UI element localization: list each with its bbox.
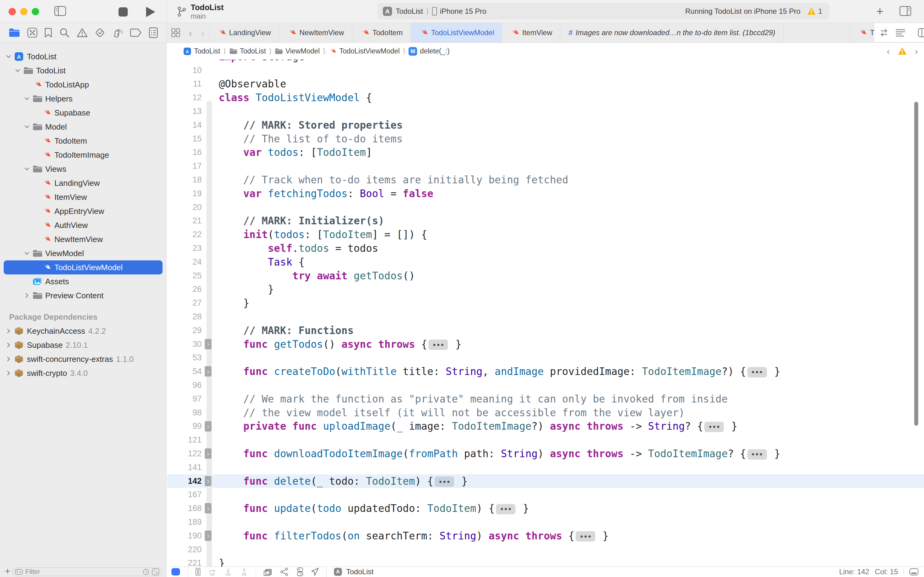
- code-fold-chevron-icon[interactable]: ›: [205, 339, 211, 349]
- new-tab-button[interactable]: +: [876, 7, 883, 16]
- sidebar-item-supabase[interactable]: Supabase: [4, 106, 163, 120]
- line-number[interactable]: 25: [167, 271, 202, 280]
- source-control-navigator-icon[interactable]: [27, 27, 38, 38]
- report-navigator-icon[interactable]: [149, 27, 158, 38]
- filter-field[interactable]: Filter: [12, 567, 162, 576]
- chevron-down-icon[interactable]: [24, 168, 29, 171]
- editor-tab-todoitem[interactable]: TodoItem: [352, 23, 411, 42]
- line-number[interactable]: 10: [167, 66, 202, 75]
- code-line-189[interactable]: 189: [167, 515, 924, 529]
- breakpoint-navigator-icon[interactable]: [130, 28, 142, 37]
- code-text[interactable]: var todos: [TodoItem]: [219, 147, 372, 158]
- line-number[interactable]: 28: [167, 312, 202, 321]
- line-number[interactable]: 13: [167, 106, 202, 116]
- code-line-25[interactable]: 25 try await getTodos(): [167, 269, 924, 283]
- code-line-96[interactable]: 96: [167, 378, 924, 392]
- line-number[interactable]: 121: [167, 435, 202, 445]
- editor-tab-todolistviewmodel[interactable]: TodoListViewModel: [411, 23, 502, 42]
- previous-issue-icon[interactable]: ‹: [887, 46, 890, 56]
- sidebar-item-todoitemimage[interactable]: TodoItemImage: [4, 148, 163, 162]
- project-navigator-icon[interactable]: [8, 28, 20, 38]
- code-text[interactable]: // MARK: Initializer(s): [219, 215, 385, 227]
- code-text[interactable]: }: [219, 297, 250, 309]
- code-text[interactable]: func delete(_ todo: TodoItem) { }: [219, 475, 468, 487]
- step-into-icon[interactable]: [224, 568, 233, 576]
- code-line-98[interactable]: 98 // the view model itself (it will not…: [167, 406, 924, 420]
- editor-tab-itemview[interactable]: ItemView: [502, 23, 560, 42]
- code-line-9[interactable]: 9import Storage: [167, 60, 924, 64]
- line-number[interactable]: 9: [167, 60, 202, 61]
- source-editor[interactable]: 9import Storage1011@Observable12class To…: [167, 60, 924, 567]
- step-over-icon[interactable]: [208, 568, 217, 576]
- line-number[interactable]: 54: [167, 367, 202, 376]
- code-text[interactable]: // Track when to-do items are initially …: [219, 174, 568, 186]
- sidebar-item-views[interactable]: Views: [4, 162, 163, 176]
- pause-execution-icon[interactable]: [195, 568, 201, 576]
- line-number[interactable]: 26: [167, 285, 202, 294]
- code-text[interactable]: // the view model itself (it will not be…: [219, 407, 685, 419]
- code-text[interactable]: // MARK: Stored properties: [219, 119, 403, 131]
- code-line-167[interactable]: 167: [167, 488, 924, 502]
- line-number[interactable]: 27: [167, 298, 202, 308]
- source-control-status-icon[interactable]: [152, 569, 159, 575]
- code-line-10[interactable]: 10: [167, 64, 924, 77]
- line-number[interactable]: 99: [167, 421, 202, 431]
- line-number[interactable]: 21: [167, 216, 202, 226]
- code-line-190[interactable]: 190› func filterTodos(on searchTerm: Str…: [167, 529, 924, 543]
- editor-tab-images-are-now-downloaded-n-th[interactable]: #Images are now downloaded…n the to-do i…: [560, 23, 784, 42]
- sidebar-item-assets[interactable]: Assets: [4, 274, 163, 288]
- code-line-18[interactable]: 18 // Track when to-do items are initial…: [167, 173, 924, 187]
- line-number[interactable]: 168: [167, 504, 202, 513]
- step-out-icon[interactable]: [240, 568, 248, 576]
- code-fold-chevron-icon[interactable]: ›: [205, 421, 211, 432]
- chevron-right-icon[interactable]: [7, 343, 10, 348]
- adjust-editor-options-icon[interactable]: [895, 29, 906, 37]
- chevron-right-icon[interactable]: [25, 293, 28, 298]
- add-editor-icon[interactable]: [918, 28, 924, 37]
- code-line-20[interactable]: 20: [167, 200, 924, 214]
- folded-code-pill[interactable]: [576, 531, 595, 542]
- line-number[interactable]: 142: [167, 477, 202, 486]
- code-line-29[interactable]: 29 // MARK: Functions: [167, 324, 924, 337]
- debug-memory-graph-icon[interactable]: [280, 567, 289, 576]
- code-fold-chevron-icon[interactable]: ›: [205, 530, 211, 541]
- line-number[interactable]: 30: [167, 340, 202, 349]
- code-line-17[interactable]: 17: [167, 159, 924, 173]
- code-line-221[interactable]: 221}: [167, 556, 924, 567]
- folded-code-pill[interactable]: [496, 504, 515, 514]
- breadcrumb-item-delete-[interactable]: Mdelete(_:): [409, 47, 449, 56]
- code-text[interactable]: func filterTodos(on searchTerm: String) …: [219, 530, 608, 542]
- code-line-23[interactable]: 23 self.todos = todos: [167, 242, 924, 255]
- code-line-12[interactable]: 12class TodoListViewModel {: [167, 91, 924, 105]
- related-items-icon[interactable]: [167, 23, 185, 42]
- chevron-down-icon[interactable]: [24, 252, 29, 255]
- code-text[interactable]: init(todos: [TodoItem] = []) {: [219, 229, 427, 240]
- sidebar-item-todolistapp[interactable]: TodoListApp: [4, 77, 163, 92]
- debug-view-hierarchy-icon[interactable]: [263, 567, 272, 576]
- package-item-swift-concurrency-extras[interactable]: swift-concurrency-extras1.1.0: [4, 352, 163, 366]
- line-number[interactable]: 23: [167, 243, 202, 253]
- line-number[interactable]: 20: [167, 203, 202, 212]
- debug-target-name[interactable]: TodoList: [346, 567, 373, 576]
- minimize-window-button[interactable]: [20, 8, 27, 15]
- code-text[interactable]: }: [219, 283, 274, 295]
- folded-code-pill[interactable]: [704, 422, 724, 432]
- chevron-right-icon[interactable]: [7, 371, 10, 376]
- go-forward-icon[interactable]: ›: [196, 23, 208, 42]
- code-text[interactable]: // MARK: Functions: [219, 324, 354, 337]
- add-file-button[interactable]: +: [5, 566, 10, 576]
- chevron-down-icon[interactable]: [24, 125, 29, 128]
- code-text[interactable]: import Storage: [219, 60, 305, 63]
- bookmarks-navigator-icon[interactable]: [44, 27, 52, 38]
- code-line-21[interactable]: 21 // MARK: Initializer(s): [167, 214, 924, 228]
- warning-triangle-icon[interactable]: [898, 47, 907, 55]
- sidebar-item-todolistviewmodel[interactable]: TodoListViewModel: [4, 260, 163, 274]
- sidebar-item-helpers[interactable]: Helpers: [4, 92, 163, 106]
- line-number[interactable]: 19: [167, 189, 202, 198]
- sidebar-item-appentryview[interactable]: AppEntryView: [4, 204, 163, 218]
- code-line-19[interactable]: 19 var fetchingTodos: Bool = false: [167, 187, 924, 200]
- sidebar-item-newitemview[interactable]: NewItemView: [4, 232, 163, 246]
- toggle-navigator-sidebar-icon[interactable]: [55, 6, 66, 16]
- code-text[interactable]: func downloadTodoItemImage(fromPath path…: [219, 448, 781, 459]
- line-number[interactable]: 98: [167, 408, 202, 417]
